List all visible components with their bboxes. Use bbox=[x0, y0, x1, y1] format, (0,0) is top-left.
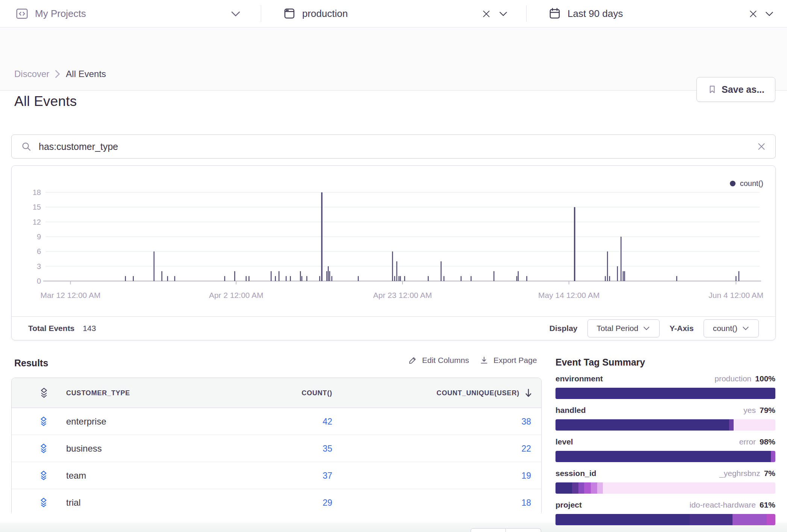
count-link[interactable]: 42 bbox=[322, 416, 332, 426]
display-label: Display bbox=[549, 324, 578, 333]
edit-columns-label: Edit Columns bbox=[422, 356, 469, 365]
project-selector-label: My Projects bbox=[35, 8, 86, 20]
export-page-label: Export Page bbox=[493, 356, 537, 365]
event-chart-panel: count() 0369121518Mar 12 12:00 AMApr 2 1… bbox=[11, 165, 776, 340]
topbar-divider bbox=[526, 5, 527, 22]
column-header-count-unique-user[interactable]: COUNT_UNIQUE(USER) bbox=[437, 389, 519, 397]
svg-text:9: 9 bbox=[37, 233, 41, 241]
chevron-down-icon[interactable] bbox=[764, 11, 774, 17]
layers-icon bbox=[39, 387, 49, 399]
sort-arrow-down-icon[interactable] bbox=[524, 388, 533, 398]
edit-columns-button[interactable]: Edit Columns bbox=[408, 355, 469, 365]
svg-text:Jun 4 12:00 AM: Jun 4 12:00 AM bbox=[708, 291, 763, 299]
chevron-down-icon[interactable] bbox=[230, 10, 241, 18]
breadcrumb-current: All Events bbox=[66, 69, 106, 79]
environment-filter[interactable]: production bbox=[283, 0, 348, 27]
tag-distribution-bar[interactable] bbox=[555, 451, 775, 462]
layers-icon bbox=[39, 416, 48, 427]
table-row[interactable]: enterprise 42 38 bbox=[12, 408, 541, 435]
total-events-value: 143 bbox=[83, 324, 96, 333]
export-page-button[interactable]: Export Page bbox=[479, 355, 537, 365]
search-input[interactable] bbox=[39, 141, 750, 152]
tag-key: project bbox=[555, 500, 582, 509]
tag-percent: 100% bbox=[755, 374, 775, 383]
count-unique-user-link[interactable]: 19 bbox=[521, 470, 531, 481]
yaxis-select[interactable]: count() bbox=[704, 319, 759, 337]
customer-type-value: team bbox=[66, 470, 86, 481]
date-range-value: Last 90 days bbox=[568, 8, 623, 20]
display-select[interactable]: Total Period bbox=[587, 319, 660, 337]
count-link[interactable]: 35 bbox=[322, 443, 332, 453]
svg-text:Mar 12 12:00 AM: Mar 12 12:00 AM bbox=[41, 291, 101, 299]
total-events-label: Total Events bbox=[28, 324, 74, 333]
tag-row-environment: environment production 100% bbox=[555, 374, 775, 399]
close-icon[interactable] bbox=[748, 9, 758, 19]
clear-search-icon[interactable] bbox=[757, 142, 766, 151]
breadcrumb-discover-link[interactable]: Discover bbox=[14, 69, 49, 79]
count-link[interactable]: 29 bbox=[322, 498, 332, 508]
tag-key: environment bbox=[555, 374, 603, 383]
table-row[interactable]: team 37 19 bbox=[12, 462, 541, 489]
tag-distribution-bar[interactable] bbox=[555, 388, 775, 399]
svg-text:18: 18 bbox=[33, 188, 41, 196]
table-header-row: CUSTOMER_TYPE COUNT() COUNT_UNIQUE(USER) bbox=[12, 378, 541, 408]
tag-distribution-bar[interactable] bbox=[555, 482, 775, 494]
tag-row-project: project ido-react-hardware 61% bbox=[555, 500, 775, 525]
calendar-icon bbox=[548, 7, 561, 20]
svg-text:15: 15 bbox=[33, 203, 41, 211]
layers-icon bbox=[39, 443, 48, 454]
svg-text:Apr 23 12:00 AM: Apr 23 12:00 AM bbox=[373, 291, 432, 299]
chevron-right-icon bbox=[54, 70, 61, 79]
results-title: Results bbox=[14, 358, 48, 369]
topbar-divider bbox=[261, 5, 261, 22]
date-range-filter[interactable]: Last 90 days bbox=[548, 0, 623, 27]
column-header-customer-type[interactable]: CUSTOMER_TYPE bbox=[66, 389, 130, 397]
svg-text:0: 0 bbox=[37, 277, 41, 285]
table-row[interactable]: trial 29 18 bbox=[12, 489, 541, 516]
layers-icon bbox=[39, 497, 48, 508]
save-as-button[interactable]: Save as... bbox=[696, 77, 775, 102]
bookmark-icon bbox=[707, 85, 717, 94]
page-title: All Events bbox=[14, 94, 77, 109]
tag-distribution-bar[interactable] bbox=[555, 514, 775, 525]
tag-top-value: yes bbox=[743, 406, 756, 415]
tag-summary-title: Event Tag Summary bbox=[555, 357, 645, 368]
svg-text:6: 6 bbox=[37, 247, 41, 255]
tag-top-value: _yeghrsbnz bbox=[719, 469, 760, 478]
tag-top-value: production bbox=[714, 374, 751, 383]
count-unique-user-link[interactable]: 38 bbox=[521, 416, 531, 426]
pencil-icon bbox=[408, 355, 418, 365]
projects-icon bbox=[15, 7, 29, 21]
customer-type-value: enterprise bbox=[66, 416, 106, 427]
layers-icon bbox=[39, 470, 48, 481]
column-header-count[interactable]: COUNT() bbox=[301, 389, 332, 397]
tag-key: level bbox=[555, 437, 573, 446]
discover-page: My Projects production bbox=[0, 0, 787, 532]
table-row[interactable]: business 35 22 bbox=[12, 435, 541, 462]
search-bar bbox=[11, 135, 776, 159]
pagination-next-button[interactable] bbox=[506, 528, 541, 532]
tag-top-value: error bbox=[739, 437, 756, 446]
count-unique-user-link[interactable]: 22 bbox=[521, 443, 531, 453]
tag-top-value: ido-react-hardware bbox=[690, 500, 756, 509]
count-link[interactable]: 37 bbox=[322, 470, 332, 481]
close-icon[interactable] bbox=[481, 9, 491, 19]
breadcrumb: Discover All Events bbox=[14, 69, 106, 79]
customer-type-value: business bbox=[66, 443, 102, 454]
search-icon bbox=[21, 141, 32, 152]
project-selector[interactable]: My Projects bbox=[15, 0, 86, 27]
page-header: Discover All Events All Events Save as..… bbox=[0, 27, 787, 91]
chevron-down-icon[interactable] bbox=[498, 11, 508, 17]
svg-text:May 14 12:00 AM: May 14 12:00 AM bbox=[538, 291, 599, 299]
tag-row-level: level error 98% bbox=[555, 437, 775, 462]
yaxis-label: Y-Axis bbox=[669, 324, 693, 333]
chart-footer: Total Events 143 Display Total Period Y-… bbox=[12, 316, 775, 340]
pagination-prev-button[interactable] bbox=[471, 528, 506, 532]
count-unique-user-link[interactable]: 18 bbox=[521, 498, 531, 508]
display-select-value: Total Period bbox=[597, 324, 639, 333]
svg-text:12: 12 bbox=[33, 218, 41, 226]
tag-distribution-bar[interactable] bbox=[555, 419, 775, 431]
window-icon bbox=[283, 7, 296, 20]
customer-type-value: trial bbox=[66, 497, 81, 508]
svg-text:Apr 2 12:00 AM: Apr 2 12:00 AM bbox=[209, 291, 263, 299]
